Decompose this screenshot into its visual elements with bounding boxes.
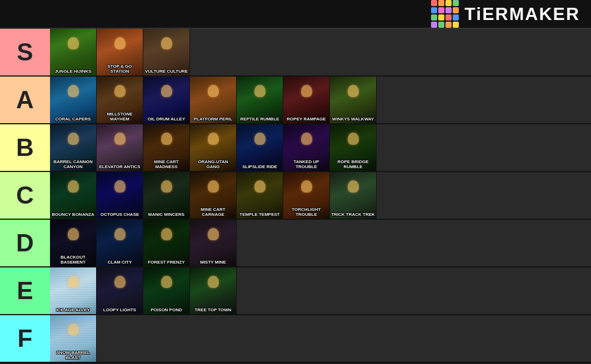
tier-row-C: CBOUNCY BONANZAOCTOPUS CHASEMANIC MINCER… (0, 172, 591, 220)
app-container: TiERMAKER SJUNGLE HIJINKSSTOP & GO STATI… (0, 0, 591, 364)
tier-item[interactable]: REPTILE RUMBLE (237, 77, 283, 123)
tiermaker-logo: TiERMAKER (431, 0, 580, 28)
tier-item-label: TORCHLIGHT TROUBLE (284, 207, 328, 217)
tier-item-label: OIL DRUM ALLEY (144, 117, 188, 122)
tier-item[interactable]: JUNGLE HIJINKS (50, 29, 97, 75)
tier-item[interactable]: ROPE BRIDGE RUMBLE (330, 124, 377, 171)
tier-item[interactable]: MINE CART MADNESS (143, 124, 190, 171)
tier-label-S: S (0, 29, 50, 75)
tier-item[interactable]: BARREL CANNON CANYON (50, 124, 97, 171)
tier-item[interactable]: CLAM CITY (97, 220, 143, 266)
tier-item[interactable]: POISON POND (143, 267, 190, 314)
tier-item-label: ROPE BRIDGE RUMBLE (331, 159, 375, 169)
tier-item[interactable]: BOUNCY BONANZA (50, 172, 97, 219)
tier-item-label: SLIPSLIDE RIDE (238, 164, 282, 169)
logo-text: TiERMAKER (464, 4, 580, 24)
tier-items-A: CORAL CAPERSMILLSTONE MAYHEMOIL DRUM ALL… (50, 77, 591, 123)
tier-item-label: ORANG-UTAN GANG (191, 159, 235, 169)
tier-items-S: JUNGLE HIJINKSSTOP & GO STATIONVULTURE C… (50, 29, 591, 75)
tier-item[interactable]: ICE AGE ALLEY (50, 267, 97, 314)
tier-item-label: PLATFORM PERIL (191, 117, 235, 122)
tier-item[interactable]: TORCHLIGHT TROUBLE (283, 172, 330, 219)
tier-item[interactable]: SNOW BARREL BLAST (50, 315, 97, 362)
tier-item[interactable]: BLACKOUT BASEMENT (50, 220, 97, 266)
tier-item-label: REPTILE RUMBLE (238, 117, 282, 122)
tier-label-A: A (0, 77, 50, 123)
tier-item-label: MANIC MINCERS (144, 212, 188, 217)
tier-item[interactable]: LOOPY LIGHTS (97, 267, 143, 314)
tier-item[interactable]: TRICK TRACK TREK (330, 172, 377, 219)
tier-item[interactable]: WINKYS WALKWAY (330, 77, 377, 123)
logo-grid (431, 0, 459, 28)
tier-item-label: ROPEY RAMPAGE (284, 117, 328, 122)
tier-item-label: LOOPY LIGHTS (98, 307, 142, 312)
tier-row-E: EICE AGE ALLEYLOOPY LIGHTSPOISON PONDTRE… (0, 267, 591, 315)
tier-item-label: TRICK TRACK TREK (331, 212, 375, 217)
tier-item-label: OCTOPUS CHASE (98, 212, 142, 217)
tier-item[interactable]: OIL DRUM ALLEY (143, 77, 190, 123)
tier-item-label: CORAL CAPERS (51, 117, 95, 122)
tier-items-E: ICE AGE ALLEYLOOPY LIGHTSPOISON PONDTREE… (50, 267, 591, 314)
tier-item[interactable]: MISTY MINE (190, 220, 237, 266)
tier-label-E: E (0, 267, 50, 314)
tier-row-D: DBLACKOUT BASEMENTCLAM CITYFOREST FRENZY… (0, 220, 591, 267)
tier-item[interactable]: ROPEY RAMPAGE (283, 77, 330, 123)
tier-item-label: TANKED UP TROUBLE (284, 159, 328, 169)
tier-list: SJUNGLE HIJINKSSTOP & GO STATIONVULTURE … (0, 29, 591, 364)
tier-item[interactable]: CORAL CAPERS (50, 77, 97, 123)
tier-label-D: D (0, 220, 50, 266)
tier-item-label: BLACKOUT BASEMENT (51, 255, 95, 265)
tier-item-label: FOREST FRENZY (144, 260, 188, 265)
tier-label-C: C (0, 172, 50, 219)
tier-item[interactable]: SLIPSLIDE RIDE (237, 124, 283, 171)
tier-item-label: MINE CART CARNAGE (191, 207, 235, 217)
tier-item[interactable]: PLATFORM PERIL (190, 77, 237, 123)
tier-item[interactable]: STOP & GO STATION (97, 29, 143, 75)
tier-item-label: BOUNCY BONANZA (51, 212, 95, 217)
tier-item-label: ICE AGE ALLEY (51, 307, 95, 312)
tier-item[interactable]: MANIC MINCERS (143, 172, 190, 219)
tier-item-label: SNOW BARREL BLAST (51, 350, 95, 360)
tier-item-label: WINKYS WALKWAY (331, 117, 375, 122)
tier-items-B: BARREL CANNON CANYONELEVATOR ANTICSMINE … (50, 124, 591, 171)
tier-items-C: BOUNCY BONANZAOCTOPUS CHASEMANIC MINCERS… (50, 172, 591, 219)
tier-item[interactable]: MILLSTONE MAYHEM (97, 77, 143, 123)
tier-item[interactable]: TEMPLE TEMPEST (237, 172, 283, 219)
tier-item-label: TREE TOP TOWN (191, 307, 235, 312)
tier-item[interactable]: TANKED UP TROUBLE (283, 124, 330, 171)
tier-item[interactable]: VULTURE CULTURE (143, 29, 190, 75)
tier-item-label: MILLSTONE MAYHEM (98, 112, 142, 122)
tier-item[interactable]: ELEVATOR ANTICS (97, 124, 143, 171)
tier-row-A: ACORAL CAPERSMILLSTONE MAYHEMOIL DRUM AL… (0, 77, 591, 124)
header: TiERMAKER (0, 0, 591, 29)
tier-item-label: JUNGLE HIJINKS (51, 69, 95, 74)
tier-item-label: CLAM CITY (98, 260, 142, 265)
tier-row-F: FSNOW BARREL BLAST (0, 315, 591, 363)
tier-items-D: BLACKOUT BASEMENTCLAM CITYFOREST FRENZYM… (50, 220, 591, 266)
tier-item[interactable]: TREE TOP TOWN (190, 267, 237, 314)
tier-item[interactable]: FOREST FRENZY (143, 220, 190, 266)
tier-row-B: BBARREL CANNON CANYONELEVATOR ANTICSMINE… (0, 124, 591, 172)
tier-items-F: SNOW BARREL BLAST (50, 315, 591, 362)
tier-row-S: SJUNGLE HIJINKSSTOP & GO STATIONVULTURE … (0, 29, 591, 77)
tier-item-label: MINE CART MADNESS (144, 159, 188, 169)
tier-item-label: STOP & GO STATION (98, 64, 142, 74)
tier-item-label: VULTURE CULTURE (144, 69, 188, 74)
tier-item-label: POISON POND (144, 307, 188, 312)
tier-item[interactable]: MINE CART CARNAGE (190, 172, 237, 219)
tier-item-label: ELEVATOR ANTICS (98, 164, 142, 169)
tier-item[interactable]: OCTOPUS CHASE (97, 172, 143, 219)
tier-label-F: F (0, 315, 50, 362)
tier-item[interactable]: ORANG-UTAN GANG (190, 124, 237, 171)
tier-item-label: MISTY MINE (191, 260, 235, 265)
tier-item-label: TEMPLE TEMPEST (238, 212, 282, 217)
tier-item-label: BARREL CANNON CANYON (51, 159, 95, 169)
tier-label-B: B (0, 124, 50, 171)
